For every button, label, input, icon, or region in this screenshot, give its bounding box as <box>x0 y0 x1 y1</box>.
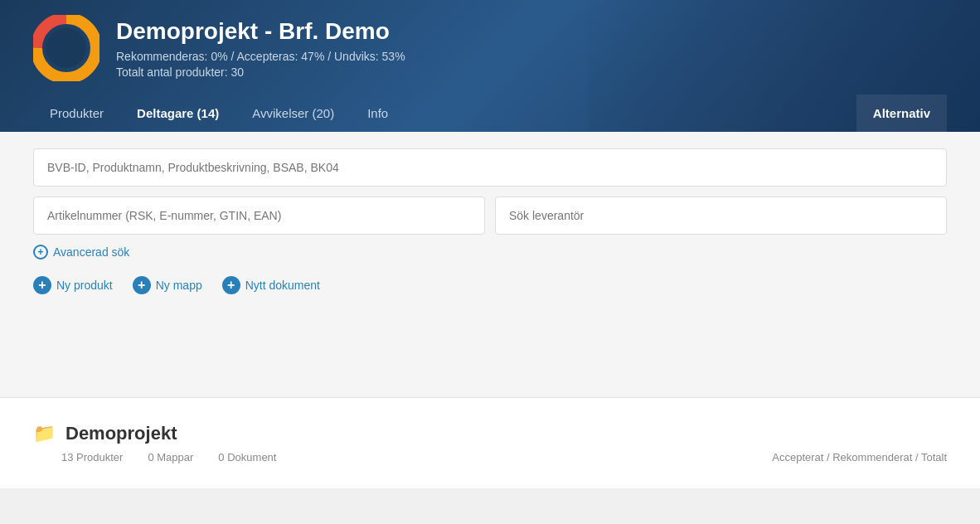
ny-produkt-button[interactable]: + Ny produkt <box>33 276 113 294</box>
supplier-search-input[interactable] <box>495 196 947 235</box>
header-nav: Produkter Deltagare (14) Avvikelser (20)… <box>33 95 405 132</box>
lower-section: 📁 Demoprojekt 13 Produkter 0 Mappar 0 Do… <box>0 397 980 488</box>
project-title: Demoprojekt - Brf. Demo <box>116 18 405 45</box>
sub-count-products: 13 Produkter <box>61 451 123 463</box>
advanced-search-label: Avancerad sök <box>53 245 129 259</box>
search-main-input[interactable] <box>33 148 947 187</box>
nav-wrapper: Produkter Deltagare (14) Avvikelser (20)… <box>33 95 947 132</box>
project-stats: Rekommenderas: 0% / Accepteras: 47% / Un… <box>116 50 405 63</box>
nav-item-deltagare[interactable]: Deltagare (14) <box>120 95 235 132</box>
project-total: Totalt antal produkter: 30 <box>116 66 405 79</box>
ny-produkt-icon: + <box>33 276 51 294</box>
header: Demoprojekt - Brf. Demo Rekommenderas: 0… <box>0 0 980 132</box>
sub-count-folders: 0 Mappar <box>148 451 193 463</box>
nytt-dokument-label: Nytt dokument <box>245 279 320 292</box>
folder-icon: 📁 <box>33 423 56 444</box>
header-text: Demoprojekt - Brf. Demo Rekommenderas: 0… <box>116 18 405 79</box>
logo-icon <box>33 15 99 81</box>
sub-counts: 13 Produkter 0 Mappar 0 Dokument <box>61 451 276 463</box>
nytt-dokument-button[interactable]: + Nytt dokument <box>222 276 320 294</box>
ny-produkt-label: Ny produkt <box>56 279 113 292</box>
nav-item-info[interactable]: Info <box>351 95 405 132</box>
nav-item-avvikelser[interactable]: Avvikelser (20) <box>235 95 351 132</box>
advanced-search-toggle[interactable]: + Avancerad sök <box>33 245 947 260</box>
right-count: Accepterat / Rekommenderat / Totalt <box>772 451 947 463</box>
content-area: + Avancerad sök + Ny produkt + Ny mapp +… <box>0 132 980 397</box>
folder-header: 📁 Demoprojekt <box>33 423 947 444</box>
alternativ-button[interactable]: Alternativ <box>856 95 947 132</box>
header-top: Demoprojekt - Brf. Demo Rekommenderas: 0… <box>33 15 947 81</box>
nav-item-produkter[interactable]: Produkter <box>33 95 120 132</box>
nytt-dokument-icon: + <box>222 276 240 294</box>
ny-mapp-button[interactable]: + Ny mapp <box>133 276 202 294</box>
article-search-input[interactable] <box>33 196 485 235</box>
sub-count-documents: 0 Dokument <box>218 451 276 463</box>
action-row: + Ny produkt + Ny mapp + Nytt dokument <box>33 276 947 294</box>
search-row <box>33 196 947 235</box>
folder-title: Demoprojekt <box>65 423 177 444</box>
ny-mapp-label: Ny mapp <box>156 279 202 292</box>
advanced-search-icon: + <box>33 245 48 260</box>
ny-mapp-icon: + <box>133 276 151 294</box>
svg-point-2 <box>46 28 86 68</box>
